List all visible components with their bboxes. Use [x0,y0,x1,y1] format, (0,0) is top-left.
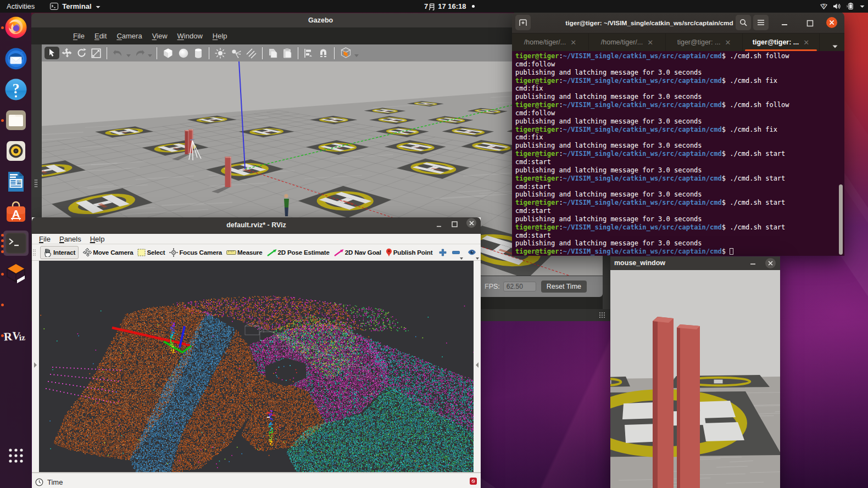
caret-down-icon[interactable] [460,257,463,260]
close-button[interactable] [765,258,776,268]
new-tab-button[interactable] [515,15,531,30]
reset-time-button[interactable]: Reset Time [541,281,587,293]
dock-item-libreoffice-writer[interactable] [3,169,29,194]
system-tray[interactable]: ? [820,0,865,13]
network-question-icon[interactable]: ? [820,3,828,10]
search-button[interactable] [736,15,751,30]
dock-item-terminal[interactable] [3,231,29,256]
chevron-down-icon[interactable] [860,5,865,8]
terminal-line: tiger@tiger:~/VISIM_single/catkin_ws/src… [515,223,844,232]
dock-item-show-applications[interactable] [3,443,29,468]
maximize-button[interactable] [806,20,814,27]
remove-display-icon[interactable] [452,251,460,254]
gazebo-tool-align[interactable] [302,48,316,58]
dock-item-help[interactable]: ? [3,77,29,102]
gazebo-menu-edit[interactable]: Edit [94,32,107,40]
rviz-left-panel-collapsed[interactable] [32,261,39,472]
caret-down-icon[interactable] [148,54,152,57]
expand-arrow-icon[interactable] [476,362,478,368]
mouse-window-titlebar[interactable]: mouse_window [610,256,780,270]
terminal-tab-3[interactable]: tiger@tiger: ... ✕ [666,33,743,51]
gazebo-menu-help[interactable]: Help [213,32,227,40]
gazebo-menu-window[interactable]: Window [177,32,203,40]
rviz-tool-publish-point[interactable]: Publish Point [386,248,432,257]
terminal-scrollbar[interactable] [839,184,843,255]
gazebo-tool-copy[interactable] [266,48,280,59]
menu-button[interactable] [753,15,769,30]
panel-close-button[interactable] [470,478,477,485]
close-button[interactable] [826,17,837,28]
gazebo-tool-cylinder[interactable] [191,48,205,59]
tab-close-icon[interactable]: ✕ [803,38,809,47]
close-button[interactable] [466,218,476,228]
rviz-tool-2d-nav-goal[interactable]: 2D Nav Goal [334,249,381,256]
rviz-tool-2d-pose-estimate[interactable]: 2D Pose Estimate [267,249,330,256]
terminal-content[interactable]: tiger@tiger:~/VISIM_single/catkin_ws/src… [512,51,844,256]
dock-item-ubuntu-software[interactable]: A [3,200,29,225]
gazebo-tool-insert-box[interactable] [338,47,354,59]
rviz-tool-measure[interactable]: Measure [226,249,263,256]
eye-icon[interactable] [468,249,476,255]
minimize-button[interactable] [781,23,788,26]
gazebo-menu-file[interactable]: File [73,32,85,40]
gazebo-tool-sphere[interactable] [176,48,191,59]
gazebo-tool-undo[interactable] [110,49,126,58]
gazebo-tool-directional-light[interactable] [243,48,259,59]
dock-item-hidden-app[interactable] [3,292,29,317]
gazebo-tool-paste[interactable] [280,48,294,59]
terminal-line: publishing and latching message for 3.0 … [515,190,844,199]
gazebo-tool-select[interactable] [44,47,59,59]
add-display-icon[interactable] [439,249,447,256]
gazebo-menu-view[interactable]: View [152,32,168,40]
terminal-tab-1[interactable]: /home/tiger/... ✕ [512,33,589,51]
caret-down-icon[interactable] [126,54,131,57]
gazebo-tool-redo[interactable] [132,49,147,58]
gazebo-menu-camera[interactable]: Camera [116,32,142,40]
rviz-tool-move-camera[interactable]: Move Camera [83,248,133,257]
dock-item-gazebo[interactable] [3,261,29,287]
minimize-button[interactable] [436,221,443,227]
clock[interactable]: 7 17 16:18 [424,0,475,13]
caret-down-icon[interactable] [354,54,359,57]
rviz-menu-help[interactable]: Help [90,235,105,243]
rviz-menu-panels[interactable]: Panels [59,235,81,243]
caret-down-icon[interactable] [476,257,479,260]
tab-list-dropdown[interactable] [832,41,838,51]
terminal-tab-4[interactable]: tiger@tiger: ... ✕ [743,33,820,51]
rviz-titlebar[interactable]: default.rviz* - RViz [32,217,481,234]
activities-button[interactable]: Activities [0,0,41,13]
rviz-tool-interact[interactable]: Interact [40,246,79,259]
dock-item-firefox[interactable] [3,15,29,40]
gazebo-tool-box[interactable] [160,48,176,59]
toolbar-grip[interactable] [33,249,37,257]
terminal-headerbar[interactable]: tiger@tiger: ~/VISIM_single/catkin_ws/sr… [512,12,844,33]
panel-grip[interactable] [35,180,38,188]
dock-item-rviz[interactable]: RViz [3,323,29,348]
rviz-tool-focus-camera[interactable]: Focus Camera [169,248,222,257]
gazebo-tool-scale[interactable] [89,48,103,58]
dock-item-thunderbird[interactable] [3,46,29,71]
mouse-window-3d-view[interactable] [610,270,780,488]
volume-icon[interactable] [833,3,841,10]
dock-item-rhythmbox[interactable] [3,138,29,164]
gazebo-tool-spot-light[interactable] [228,48,243,59]
gazebo-tool-point-light[interactable] [213,48,228,59]
expand-arrow-icon[interactable] [34,362,37,368]
resize-grip[interactable] [599,312,606,319]
app-menu[interactable]: Terminal [50,2,100,10]
gazebo-tool-translate[interactable] [59,48,74,58]
rviz-right-panel-collapsed[interactable] [474,261,481,472]
dock-item-files[interactable] [3,108,29,133]
maximize-button[interactable] [452,221,458,227]
rviz-3d-view[interactable] [39,261,474,472]
battery-icon[interactable] [846,3,855,10]
rviz-menu-file[interactable]: File [39,235,51,243]
terminal-tab-2[interactable]: /home/tiger/... ✕ [589,33,666,51]
tab-close-icon[interactable]: ✕ [570,38,576,47]
rviz-tool-select[interactable]: Select [137,249,165,256]
tab-close-icon[interactable]: ✕ [647,38,653,47]
minimize-button[interactable] [750,262,756,265]
gazebo-tool-snap[interactable] [316,48,331,58]
tab-close-icon[interactable]: ✕ [725,38,731,47]
gazebo-tool-rotate[interactable] [74,48,89,58]
